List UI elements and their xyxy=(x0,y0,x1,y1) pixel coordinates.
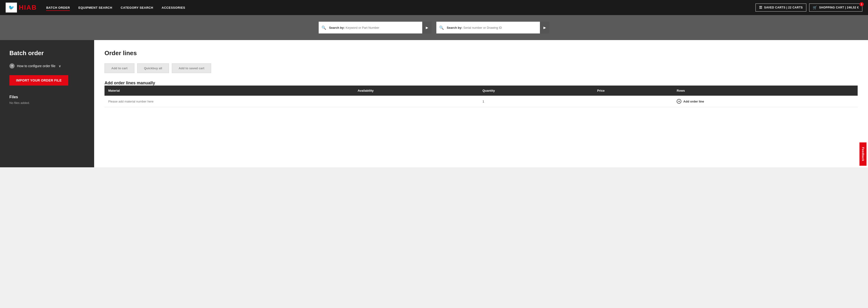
cart-icon: 🛒 xyxy=(813,5,817,10)
saved-carts-icon: ☰ xyxy=(759,5,762,10)
availability-cell xyxy=(354,96,479,107)
action-buttons: Add to cart Quickbuy all Add to saved ca… xyxy=(104,63,858,73)
files-empty-label: No files added. xyxy=(9,101,85,105)
add-order-line-label: Add order line xyxy=(683,100,704,103)
nav-links: BATCH ORDER EQUIPMENT SEARCH CATEGORY SE… xyxy=(46,5,185,10)
quickbuy-all-button[interactable]: Quickbuy all xyxy=(137,63,169,73)
nav-link-accessories[interactable]: ACCESSORIES xyxy=(162,6,185,11)
col-availability: Availability xyxy=(354,86,479,96)
feedback-label: Feedback xyxy=(861,147,865,161)
search-submit-serial[interactable]: ▶ xyxy=(540,22,549,33)
logo-text: HIAB xyxy=(19,4,37,11)
help-icon: ? xyxy=(9,63,14,68)
sidebar-title: Batch order xyxy=(9,50,85,57)
logo[interactable]: 🐦 HIAB xyxy=(6,3,37,12)
files-section: Files No files added. xyxy=(9,95,85,105)
search-box-keyword: 🔍 Search by: ▶ xyxy=(319,22,432,33)
logo-box: 🐦 xyxy=(6,3,17,12)
shopping-cart-button[interactable]: 🛒 SHOPPING CART | 246,52 € xyxy=(809,3,862,11)
add-to-saved-cart-button[interactable]: Add to saved cart xyxy=(172,63,211,73)
search-submit-keyword[interactable]: ▶ xyxy=(422,22,432,33)
material-input[interactable] xyxy=(108,100,350,103)
table-header-row: Material Availability Quantity Price Row… xyxy=(104,86,858,96)
search-icon-1: 🔍 xyxy=(319,25,329,30)
import-order-button[interactable]: Import your order file xyxy=(9,75,68,86)
nav-item-batch-order[interactable]: BATCH ORDER xyxy=(46,5,70,10)
col-quantity: Quantity xyxy=(479,86,593,96)
add-to-cart-button[interactable]: Add to cart xyxy=(104,63,134,73)
feedback-tab[interactable]: Feedback xyxy=(859,142,866,166)
main-content: Batch order ? How to configure order fil… xyxy=(0,40,868,167)
configure-label: How to configure order file xyxy=(17,64,55,68)
search-input-serial[interactable] xyxy=(462,26,540,29)
search-icon-2: 🔍 xyxy=(436,25,447,30)
chevron-down-icon: ∨ xyxy=(59,64,61,68)
material-cell xyxy=(104,96,354,107)
price-cell xyxy=(593,96,673,107)
order-lines-title: Order lines xyxy=(104,50,858,57)
nav-item-category-search[interactable]: CATEGORY SEARCH xyxy=(121,5,153,10)
quantity-cell xyxy=(479,96,593,107)
saved-carts-label: SAVED CARTS | 22 CARTS xyxy=(764,6,803,9)
search-label-2: Search by: xyxy=(447,26,462,29)
order-panel: Order lines Add to cart Quickbuy all Add… xyxy=(94,40,868,167)
table-row: + Add order line xyxy=(104,96,858,107)
nav-item-equipment-search[interactable]: EQUIPMENT SEARCH xyxy=(79,5,112,10)
logo-bird-icon: 🐦 xyxy=(8,5,14,10)
shopping-cart-label: SHOPPING CART | 246,52 € xyxy=(819,6,859,9)
search-input-keyword[interactable] xyxy=(345,26,422,29)
nav-link-equipment-search[interactable]: EQUIPMENT SEARCH xyxy=(79,6,112,11)
sidebar: Batch order ? How to configure order fil… xyxy=(0,40,94,167)
rows-cell: + Add order line xyxy=(673,96,858,107)
add-manually-title: Add order lines manually xyxy=(104,81,858,86)
order-table: Material Availability Quantity Price Row… xyxy=(104,86,858,107)
col-material: Material xyxy=(104,86,354,96)
navbar-left: 🐦 HIAB BATCH ORDER EQUIPMENT SEARCH CATE… xyxy=(6,3,185,12)
configure-order-link[interactable]: ? How to configure order file ∨ xyxy=(9,63,85,68)
nav-link-batch-order[interactable]: BATCH ORDER xyxy=(46,6,70,11)
saved-carts-button[interactable]: ☰ SAVED CARTS | 22 CARTS xyxy=(755,3,806,11)
navbar: 🐦 HIAB BATCH ORDER EQUIPMENT SEARCH CATE… xyxy=(0,0,868,15)
search-area: 🔍 Search by: ▶ 🔍 Search by: ▶ xyxy=(0,15,868,40)
cart-badge: 1 xyxy=(860,2,864,6)
add-circle-icon: + xyxy=(677,99,681,104)
col-rows: Rows xyxy=(673,86,858,96)
files-title: Files xyxy=(9,95,85,99)
search-box-serial: 🔍 Search by: ▶ xyxy=(436,22,549,33)
nav-link-category-search[interactable]: CATEGORY SEARCH xyxy=(121,6,153,11)
col-price: Price xyxy=(593,86,673,96)
nav-item-accessories[interactable]: ACCESSORIES xyxy=(162,5,185,10)
quantity-input[interactable] xyxy=(483,100,497,103)
navbar-right: ☰ SAVED CARTS | 22 CARTS 🛒 SHOPPING CART… xyxy=(755,3,862,11)
search-label-1: Search by: xyxy=(329,26,345,29)
add-order-line-button[interactable]: + Add order line xyxy=(677,99,854,104)
